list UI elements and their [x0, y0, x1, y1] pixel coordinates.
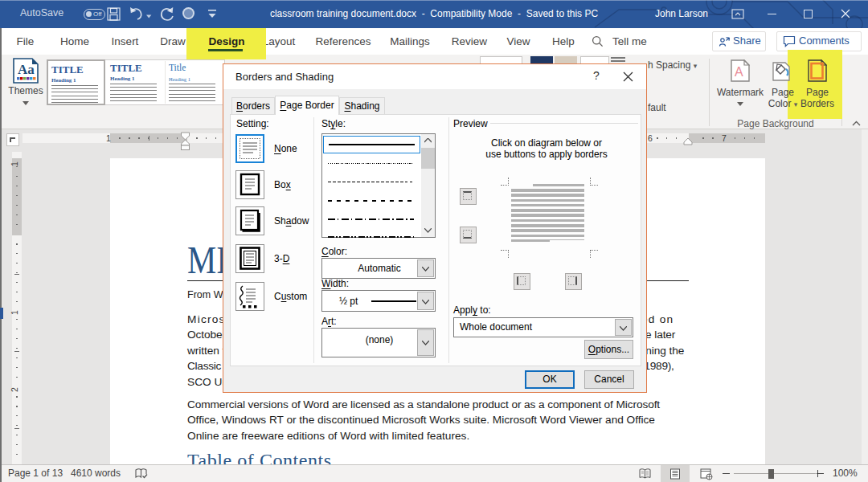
svg-text:A: A: [735, 65, 743, 79]
svg-text:Aa: Aa: [18, 62, 35, 77]
